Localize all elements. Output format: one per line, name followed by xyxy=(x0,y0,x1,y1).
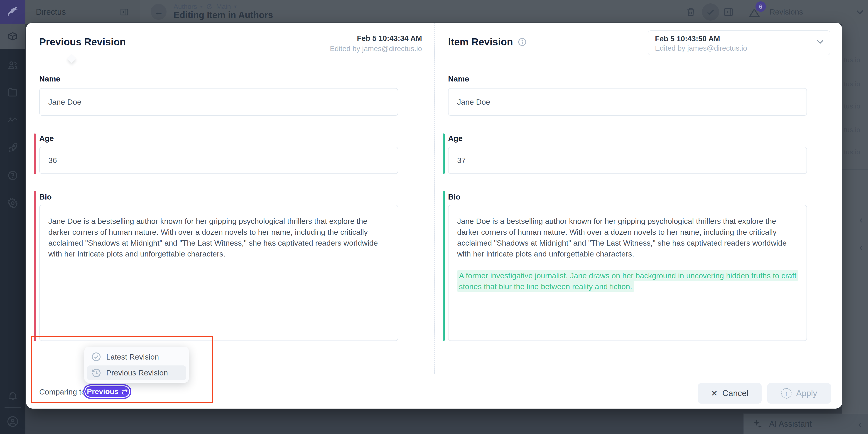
gear-icon xyxy=(7,198,18,209)
back-arrow-icon: ← xyxy=(154,6,163,17)
breadcrumb-version[interactable]: Main xyxy=(216,3,231,10)
user-avatar-icon[interactable] xyxy=(0,415,25,428)
revision-selector-dropdown[interactable]: Feb 5 10:43:50 AM Edited by james@direct… xyxy=(648,30,830,55)
module-user-directory[interactable] xyxy=(0,60,25,70)
sparkle-icon xyxy=(752,419,763,429)
chevron-down-icon[interactable] xyxy=(856,9,864,15)
directus-logo[interactable] xyxy=(0,0,25,24)
chevron-left-icon[interactable]: ‹ xyxy=(859,214,863,225)
bio-textarea[interactable]: Jane Doe is a bestselling author known f… xyxy=(448,205,807,341)
chevron-left-icon[interactable]: ‹ xyxy=(858,418,862,430)
name-input[interactable]: Jane Doe xyxy=(39,88,398,116)
insights-icon xyxy=(7,115,18,125)
module-help[interactable] xyxy=(0,170,25,181)
project-name: Directus xyxy=(36,0,66,24)
module-settings[interactable] xyxy=(0,198,25,209)
revision-email-truncated: tus.io xyxy=(844,56,860,64)
revisions-sidebar-label[interactable]: Revisions xyxy=(770,0,803,24)
module-file-library[interactable] xyxy=(0,87,25,98)
previous-revision-edited-by: Edited by james@directus.io xyxy=(330,45,422,53)
age-field-label: Age xyxy=(39,134,54,143)
toggle-sidebar-icon[interactable] xyxy=(723,7,734,17)
item-revision-panel: Item Revision Feb 5 10:43:50 AM Edited b… xyxy=(435,23,842,374)
bio-field-label: Bio xyxy=(39,193,52,201)
bio-field-label: Bio xyxy=(448,193,461,201)
back-button[interactable]: ← xyxy=(151,4,166,20)
age-input[interactable]: 37 xyxy=(448,147,807,174)
module-bar xyxy=(0,24,25,434)
rocket-icon xyxy=(7,142,18,153)
cube-icon xyxy=(7,31,18,42)
version-caret-icon: ▾ xyxy=(234,4,237,9)
app-root: Directus ← Authors • Main ▾ Editing Item… xyxy=(0,0,868,434)
module-marketplace[interactable] xyxy=(0,142,25,153)
apply-label: Apply xyxy=(796,388,817,398)
help-icon xyxy=(7,170,18,181)
revision-compare-modal: Previous Revision Feb 5 10:43:34 AM Edit… xyxy=(26,23,842,409)
bio-added-paragraph: A former investigative journalist, Jane … xyxy=(457,270,798,292)
name-field-label: Name xyxy=(448,75,469,83)
revision-email-truncated: tus.io xyxy=(844,126,860,134)
info-icon[interactable] xyxy=(518,37,527,47)
item-revision-title: Item Revision xyxy=(448,36,513,48)
name-value: Jane Doe xyxy=(457,97,490,107)
change-indicator-deleted xyxy=(34,134,36,174)
age-value: 37 xyxy=(457,156,466,165)
selected-revision-edited-by: Edited by james@directus.io xyxy=(655,44,747,52)
bio-added-text: A former investigative journalist, Jane … xyxy=(457,270,798,292)
sidebar-divider xyxy=(842,169,868,170)
revision-email-truncated: tus.io xyxy=(844,148,860,156)
bio-value: Jane Doe is a bestselling author known f… xyxy=(48,215,389,259)
delete-item-icon[interactable] xyxy=(686,7,696,17)
previous-revision-timestamp: Feb 5 10:43:34 AM xyxy=(330,34,422,43)
item-revision-title-row: Item Revision xyxy=(448,36,527,48)
breadcrumb-collection[interactable]: Authors xyxy=(174,3,197,10)
cancel-label: Cancel xyxy=(722,388,748,398)
name-field-label: Name xyxy=(39,75,60,83)
bio-textarea[interactable]: Jane Doe is a bestselling author known f… xyxy=(39,205,398,341)
revisions-sidebar-remnant: tus.io tus.io tus.io tus.io tus.io ‹ ‹ xyxy=(842,24,868,413)
module-bar-divider xyxy=(4,407,21,408)
apply-button[interactable]: ↑ Apply xyxy=(767,383,831,404)
previous-revision-panel: Previous Revision Feb 5 10:43:34 AM Edit… xyxy=(26,23,434,374)
revision-email-truncated: tus.io xyxy=(844,103,860,110)
change-indicator-added xyxy=(443,191,445,341)
ai-assistant-label: AI Assistant xyxy=(769,419,812,429)
annotation-highlight-rectangle xyxy=(31,336,213,403)
top-bar: Directus ← Authors • Main ▾ Editing Item… xyxy=(0,0,868,24)
users-icon xyxy=(7,60,18,70)
name-input[interactable]: Jane Doe xyxy=(448,88,807,116)
chevron-left-icon[interactable]: ‹ xyxy=(859,241,863,253)
module-content[interactable] xyxy=(0,24,25,49)
collapse-nav-icon[interactable] xyxy=(120,7,129,17)
previous-revision-meta: Feb 5 10:43:34 AM Edited by james@direct… xyxy=(330,34,422,53)
selected-revision-timestamp: Feb 5 10:43:50 AM xyxy=(655,34,720,43)
breadcrumb-separator: • xyxy=(200,3,203,10)
revisions-count-badge: 6 xyxy=(755,1,766,12)
ai-assistant-bar[interactable]: AI Assistant ‹ xyxy=(743,413,868,434)
page-title: Editing Item in Authors xyxy=(174,10,273,20)
bio-value: Jane Doe is a bestselling author known f… xyxy=(457,215,798,259)
notifications-bell-icon[interactable] xyxy=(0,390,25,401)
cancel-button[interactable]: ✕ Cancel xyxy=(698,383,762,404)
previous-revision-title: Previous Revision xyxy=(39,36,126,48)
age-field-label: Age xyxy=(448,134,463,143)
change-indicator-added xyxy=(443,134,445,174)
age-value: 36 xyxy=(48,156,57,165)
rabbit-icon xyxy=(6,5,20,19)
chevron-down-icon xyxy=(816,39,824,45)
module-insights[interactable] xyxy=(0,115,25,125)
save-item-icon[interactable] xyxy=(702,3,719,21)
close-icon: ✕ xyxy=(711,388,718,398)
apply-upload-icon: ↑ xyxy=(781,388,792,399)
version-sync-icon xyxy=(206,3,213,10)
name-value: Jane Doe xyxy=(48,97,82,107)
folder-icon xyxy=(7,87,18,98)
change-indicator-deleted xyxy=(34,191,36,341)
revision-email-truncated: tus.io xyxy=(844,80,860,88)
breadcrumb[interactable]: Authors • Main ▾ xyxy=(174,3,237,10)
age-input[interactable]: 36 xyxy=(39,147,398,174)
